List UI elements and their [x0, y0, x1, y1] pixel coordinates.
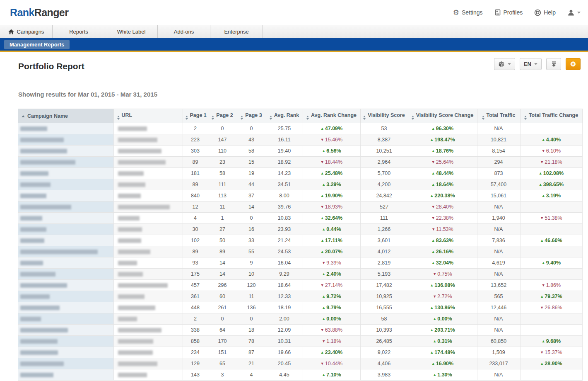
column-header-url[interactable]: URL [113, 109, 183, 123]
column-header-label: Avg. Rank [274, 112, 299, 118]
widget-menu-button[interactable] [494, 58, 515, 70]
url-cell[interactable] [113, 224, 183, 235]
campaign-name-cell[interactable] [18, 302, 113, 313]
tab-reports[interactable]: Reports [53, 25, 105, 38]
change-value: 9.39% [326, 260, 341, 266]
url-cell[interactable] [113, 280, 183, 291]
campaign-name-cell[interactable] [18, 269, 113, 280]
campaign-name-cell[interactable] [18, 291, 113, 302]
campaign-name-cell[interactable] [18, 224, 113, 235]
management-reports-button[interactable]: Management Reports [4, 40, 70, 49]
tab-enterprise[interactable]: Enterprise [210, 25, 263, 38]
url-cell[interactable] [113, 134, 183, 146]
tab-white-label[interactable]: White Label [105, 25, 158, 38]
column-header-visibility_change[interactable]: Visibility Score Change [408, 109, 477, 123]
url-cell[interactable] [113, 336, 183, 347]
total-traffic-change-cell [520, 269, 582, 280]
url-cell[interactable] [113, 257, 183, 269]
change-value: 28.40% [436, 204, 453, 210]
table-row: 2341518719.66▲23.40%9,022▲174.48%1,509▼1… [18, 347, 582, 358]
column-header-rank_change[interactable]: Avg. Rank Change [303, 109, 360, 123]
campaign-name-cell[interactable] [18, 134, 113, 146]
campaign-name-cell[interactable] [18, 213, 113, 224]
help-menu-item[interactable]: Help [534, 9, 556, 16]
campaign-name-cell[interactable] [18, 235, 113, 246]
triangle-up-icon: ▲ [321, 194, 324, 198]
column-header-page3[interactable]: Page 3 [237, 109, 266, 123]
url-cell[interactable] [113, 246, 183, 257]
campaign-name-cell[interactable] [18, 347, 113, 358]
page1-cell: 30 [183, 224, 208, 235]
tab-label: Reports [69, 29, 88, 35]
campaign-name-cell[interactable] [18, 123, 113, 134]
change-value: 26.16% [436, 249, 453, 255]
avg-rank-change-cell: ▲25.48% [303, 168, 360, 179]
total-traffic-change-cell: ▲102.08% [520, 168, 582, 179]
report-settings-button[interactable]: ⚙ [566, 58, 581, 70]
campaign-name-cell[interactable] [18, 325, 113, 336]
page2-cell: 0 [208, 313, 237, 325]
campaign-name-cell[interactable] [18, 313, 113, 325]
column-header-page2[interactable]: Page 2 [208, 109, 237, 123]
change-value: 15.37% [545, 349, 562, 355]
column-header-visibility[interactable]: Visibility Score [360, 109, 408, 123]
campaign-name-cell[interactable] [18, 168, 113, 179]
campaign-name-cell[interactable] [18, 358, 113, 369]
triangle-up-icon: ▲ [430, 350, 434, 354]
url-cell[interactable] [113, 179, 183, 190]
url-cell[interactable] [113, 235, 183, 246]
url-cell[interactable] [113, 190, 183, 201]
visibility-score-change-cell: ▲96.30% [408, 123, 477, 134]
column-header-page1[interactable]: Page 1 [183, 109, 208, 123]
triangle-down-icon: ▼ [540, 306, 544, 310]
url-cell[interactable] [113, 325, 183, 336]
avg-rank-change-cell: ▼27.14% [303, 280, 360, 291]
avg-rank-change-cell: ▼1.18% [303, 336, 360, 347]
campaign-name-cell[interactable] [18, 190, 113, 201]
rankranger-logo[interactable]: RankRanger [10, 7, 68, 19]
download-button[interactable] [546, 58, 561, 70]
column-header-avg_rank[interactable]: Avg. Rank [266, 109, 303, 123]
url-cell[interactable] [113, 313, 183, 325]
avg-rank-change-cell: ▲6.56% [303, 146, 360, 157]
url-cell[interactable] [113, 213, 183, 224]
url-cell[interactable] [113, 269, 183, 280]
url-cell[interactable] [113, 168, 183, 179]
visibility-score-cell: 2,964 [360, 157, 408, 168]
profiles-menu-item[interactable]: Profiles [494, 9, 523, 16]
campaign-name-cell[interactable] [18, 146, 113, 157]
redacted-url [118, 194, 141, 198]
url-cell[interactable] [113, 302, 183, 313]
campaign-name-cell[interactable] [18, 280, 113, 291]
campaign-name-cell[interactable] [18, 246, 113, 257]
campaign-name-cell[interactable] [18, 157, 113, 168]
column-header-traffic[interactable]: Total Traffic [477, 109, 520, 123]
campaign-name-cell[interactable] [18, 179, 113, 190]
total-traffic-change-cell: ▼26.86% [520, 302, 582, 313]
campaign-name-cell[interactable] [18, 257, 113, 269]
language-select-button[interactable]: EN [520, 58, 542, 70]
campaign-name-cell[interactable] [18, 201, 113, 213]
user-account-menu[interactable] [567, 9, 581, 16]
triangle-down-icon: ▼ [321, 328, 324, 332]
campaign-name-cell[interactable] [18, 336, 113, 347]
column-header-traffic_change[interactable]: Total Traffic Change [520, 109, 582, 123]
url-cell[interactable] [113, 123, 183, 134]
redacted-campaign-name [20, 194, 46, 198]
tab-add-ons[interactable]: Add-ons [158, 25, 210, 38]
triangle-up-icon: ▲ [542, 194, 545, 198]
triangle-up-icon: ▲ [431, 261, 435, 265]
url-cell[interactable] [113, 369, 183, 381]
column-header-name[interactable]: Campaign Name [18, 109, 113, 123]
url-cell[interactable] [113, 358, 183, 369]
campaign-name-cell[interactable] [18, 369, 113, 381]
settings-menu-item[interactable]: ⚙ Settings [453, 9, 483, 16]
url-cell[interactable] [113, 291, 183, 302]
change-value: 19.90% [325, 193, 342, 199]
tab-campaigns[interactable]: Campaigns [0, 25, 53, 38]
url-cell[interactable] [113, 201, 183, 213]
url-cell[interactable] [113, 146, 183, 157]
url-cell[interactable] [113, 347, 183, 358]
triangle-up-icon: ▲ [542, 138, 545, 142]
url-cell[interactable] [113, 157, 183, 168]
